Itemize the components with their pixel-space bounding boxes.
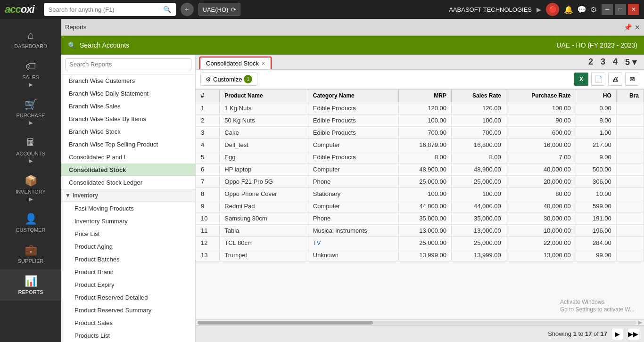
nav-item-consolidated-stock[interactable]: Consolidated Stock [61, 163, 195, 176]
cell-ho: 284.00 [576, 237, 616, 249]
user-avatar[interactable]: 🔴 [546, 3, 559, 16]
nav-item-product-brand[interactable]: Product Brand [61, 266, 195, 278]
last-page-button[interactable]: ▶▶ [627, 328, 639, 340]
sidebar-item-inventory[interactable]: 📦 INVENTORY ▶ [0, 169, 61, 207]
cell-sales-rate: 100.00 [452, 188, 506, 200]
col-ho: HO [576, 90, 616, 102]
sidebar-item-sales[interactable]: 🏷 SALES ▶ [0, 55, 61, 93]
customize-gear-icon: ⚙ [206, 76, 211, 83]
topbar: accoxi 🔍 + UAE(HO) ⟳ AABASOFT TECHNOLOGI… [0, 0, 644, 19]
sidebar-item-customer[interactable]: 👤 CUSTOMER [0, 207, 61, 238]
nav-search-container[interactable] [61, 55, 195, 74]
export-pdf-button[interactable]: 📄 [591, 73, 605, 86]
collapse-icon[interactable]: ▼ [65, 192, 71, 199]
cell-product: Oppo F21 Pro 5G [220, 176, 308, 188]
table-row: 12 TCL 80cm TV 25,000.00 25,000.00 22,00… [196, 237, 644, 249]
nav-item-product-reserved-summary[interactable]: Product Reserved Summary [61, 304, 195, 317]
minimize-button[interactable]: ─ [602, 4, 613, 15]
cell-ho: 191.00 [576, 212, 616, 225]
message-icon[interactable]: 💬 [577, 5, 586, 14]
nav-item-product-expiry[interactable]: Product Expiry [61, 278, 195, 291]
nav-item-branch-wise-stock[interactable]: Branch Wise Stock [61, 125, 195, 138]
nav-item-branch-wise-sales[interactable]: Branch Wise Sales [61, 100, 195, 113]
col-category-name: Category Name [308, 90, 399, 102]
rtab-close-icon[interactable]: ✕ [635, 24, 640, 31]
export-excel-button[interactable]: X [574, 73, 588, 86]
accounts-arrow: ▶ [29, 158, 33, 163]
header-search-btn[interactable]: 🔍 Search Accounts [68, 41, 129, 49]
cell-category: Unknown [308, 249, 399, 261]
print-button[interactable]: 🖨 [608, 73, 622, 86]
customize-button[interactable]: ⚙ Customize 1 [200, 73, 257, 86]
tab-close-icon[interactable]: × [262, 60, 265, 67]
reports-tab-label[interactable]: Reports [65, 24, 87, 31]
cell-sales-rate: 13,999.00 [452, 249, 506, 261]
table-row: 11 Tabla Musical instruments 13,000.00 1… [196, 225, 644, 237]
tab-num-3[interactable]: 3 [601, 57, 605, 67]
nav-item-product-aging[interactable]: Product Aging [61, 240, 195, 253]
cell-mrp: 13,000.00 [399, 225, 452, 237]
settings-icon[interactable]: ⚙ [590, 5, 597, 14]
cell-mrp: 700.00 [399, 127, 452, 139]
tab-consolidated-stock[interactable]: Consolidated Stock × [199, 57, 272, 69]
nav-item-product-reserved-detailed[interactable]: Product Reserved Detailed [61, 291, 195, 304]
nav-item-branch-wise-daily[interactable]: Branch Wise Daily Statement [61, 87, 195, 100]
cell-num: 7 [196, 176, 220, 188]
nav-search-input[interactable] [65, 58, 191, 70]
nav-item-branch-wise-top[interactable]: Branch Wise Top Selling Product [61, 138, 195, 151]
nav-list-panel: Branch Wise Customers Branch Wise Daily … [61, 55, 196, 342]
cell-ho: 217.00 [576, 139, 616, 151]
cell-mrp: 25,000.00 [399, 176, 452, 188]
tab-num-2[interactable]: 2 [588, 57, 593, 67]
horizontal-scrollbar[interactable]: ▶ [196, 319, 644, 325]
next-page-button[interactable]: ▶ [611, 328, 623, 340]
nav-item-price-list[interactable]: Price List [61, 228, 195, 240]
cell-bra [616, 249, 644, 261]
tab-num-4[interactable]: 4 [613, 57, 618, 67]
cell-sales-rate: 25,000.00 [452, 237, 506, 249]
nav-item-consolidated-stock-ledger[interactable]: Consolidated Stock Ledger [61, 176, 195, 189]
data-table: # Product Name Category Name MRP Sales R… [196, 89, 644, 261]
table-row: 2 50 Kg Nuts Edible Products 100.00 100.… [196, 114, 644, 127]
nav-item-products-list[interactable]: Products List [61, 329, 195, 342]
pin-icon[interactable]: 📌 [624, 24, 632, 31]
nav-item-product-batches[interactable]: Product Batches [61, 253, 195, 266]
bell-icon[interactable]: 🔔 [564, 5, 573, 14]
global-search-input[interactable] [49, 6, 163, 13]
pdf-icon: 📄 [594, 75, 603, 83]
tab-num-5[interactable]: 5 ▾ [625, 57, 636, 67]
maximize-button[interactable]: □ [615, 4, 626, 15]
bottom-bar: Showing 1 to 17 of 17 ▶ ▶▶ [196, 325, 644, 342]
nav-item-fast-moving[interactable]: Fast Moving Products [61, 202, 195, 215]
global-search[interactable]: 🔍 [44, 3, 176, 16]
cell-product: Oppo Phone Cover [220, 188, 308, 200]
sidebar-item-dashboard[interactable]: ⌂ DASHBOARD [0, 24, 61, 55]
sidebar-item-accounts[interactable]: 🖩 ACCOUNTS ▶ [0, 131, 61, 169]
nav-item-product-sales[interactable]: Product Sales [61, 317, 195, 329]
cell-sales-rate: 48,900.00 [452, 163, 506, 176]
cell-purchase-rate: 20,000.00 [506, 176, 576, 188]
refresh-icon[interactable]: ⟳ [231, 6, 236, 13]
cell-num: 10 [196, 212, 220, 225]
cell-product: Tabla [220, 225, 308, 237]
cell-ho: 599.00 [576, 200, 616, 212]
nav-item-branch-wise-sales-items[interactable]: Branch Wise Sales By Items [61, 113, 195, 125]
add-button[interactable]: + [181, 3, 194, 16]
cell-mrp: 25,000.00 [399, 237, 452, 249]
sidebar-item-purchase[interactable]: 🛒 PURCHASE ▶ [0, 93, 61, 131]
sidebar-item-reports[interactable]: 📊 REPORTS [0, 269, 61, 301]
reports-icon: 📊 [25, 275, 37, 287]
nav-item-inventory-summary[interactable]: Inventory Summary [61, 215, 195, 228]
cell-bra [616, 139, 644, 151]
nav-item-consolidated-pl[interactable]: Consolidated P and L [61, 151, 195, 163]
branch-selector[interactable]: UAE(HO) ⟳ [198, 3, 241, 16]
cell-category: Computer [308, 139, 399, 151]
cell-sales-rate: 35,000.00 [452, 212, 506, 225]
email-button[interactable]: ✉ [625, 73, 639, 86]
cell-num: 3 [196, 127, 220, 139]
sidebar-item-supplier[interactable]: 💼 SUPPLIER [0, 238, 61, 269]
header-right-text: UAE - HO (FY 2023 - 2023) [556, 41, 637, 49]
nav-item-branch-wise-customers[interactable]: Branch Wise Customers [61, 74, 195, 87]
close-button[interactable]: ✕ [628, 4, 639, 15]
cell-sales-rate: 44,000.00 [452, 200, 506, 212]
